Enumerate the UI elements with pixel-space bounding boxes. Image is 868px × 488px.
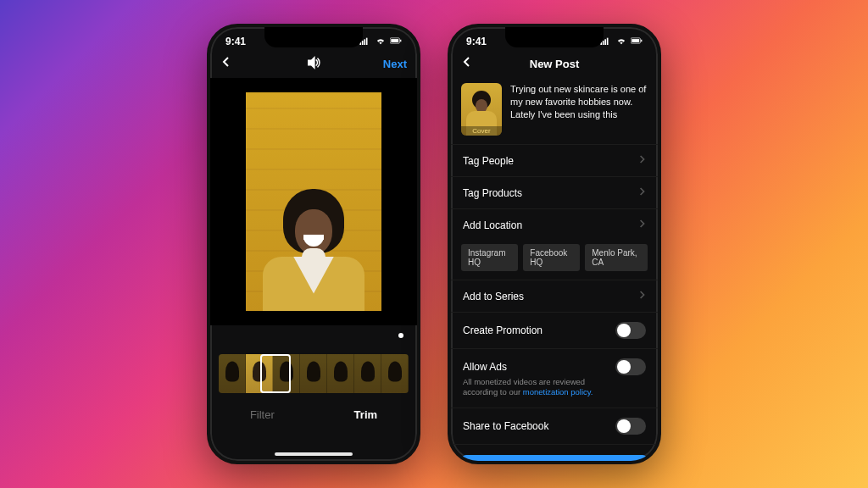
svg-rect-9 — [603, 41, 604, 45]
location-chip[interactable]: Facebook HQ — [523, 244, 580, 271]
nav-bar: Next — [210, 51, 417, 78]
phone-edit: 9:41 Next — [207, 24, 420, 464]
row-label: Add Location — [463, 219, 522, 231]
row-label: Tag Products — [463, 187, 522, 199]
svg-rect-2 — [364, 39, 365, 45]
row-share-facebook: Share to Facebook — [451, 408, 658, 445]
chevron-right-icon — [639, 186, 646, 199]
svg-rect-6 — [400, 40, 401, 42]
playback-controls — [210, 325, 417, 346]
row-allow-ads: Allow Ads All monetized videos are revie… — [451, 349, 658, 408]
svg-rect-13 — [632, 39, 639, 42]
back-button[interactable] — [220, 56, 232, 71]
row-label: Share to Facebook — [463, 420, 548, 432]
battery-icon — [390, 36, 402, 47]
toggle-allow-ads[interactable] — [615, 358, 646, 375]
svg-rect-10 — [604, 39, 606, 45]
sound-icon[interactable] — [306, 55, 321, 73]
phone-new-post: 9:41 New Post Cover Trying out new skinc… — [448, 24, 661, 464]
chevron-right-icon — [639, 290, 646, 302]
notch — [264, 27, 363, 47]
volume-up-button — [448, 146, 448, 185]
nav-bar: New Post — [451, 51, 658, 78]
volume-down-button — [448, 193, 448, 232]
cover-thumbnail[interactable]: Cover — [461, 83, 502, 136]
svg-rect-1 — [362, 41, 364, 45]
chevron-right-icon — [639, 219, 646, 231]
status-time: 9:41 — [225, 36, 246, 47]
share-button[interactable]: Share — [461, 455, 648, 464]
mute-switch — [207, 112, 208, 136]
row-tag-people[interactable]: Tag People — [451, 145, 658, 177]
wifi-icon — [615, 36, 627, 47]
notch — [505, 27, 604, 47]
video-frame — [246, 92, 381, 311]
row-add-location[interactable]: Add Location — [451, 209, 658, 241]
volume-down-button — [207, 193, 208, 232]
tab-trim[interactable]: Trim — [354, 408, 377, 421]
toggle-create-promotion[interactable] — [615, 322, 646, 339]
home-indicator[interactable] — [275, 452, 353, 456]
row-label: Tag People — [463, 155, 514, 167]
row-create-promotion: Create Promotion — [451, 313, 658, 349]
progress-dot[interactable] — [398, 333, 403, 338]
row-label: Add to Series — [463, 291, 524, 302]
chevron-right-icon — [639, 154, 646, 167]
next-button[interactable]: Next — [383, 58, 407, 70]
toggle-share-facebook[interactable] — [615, 418, 646, 435]
battery-icon — [631, 36, 643, 47]
caption-section: Cover Trying out new skincare is one of … — [451, 78, 658, 145]
allow-ads-subtext: All monetized videos are reviewed accord… — [463, 377, 598, 398]
svg-rect-3 — [366, 38, 368, 45]
svg-rect-14 — [641, 40, 642, 42]
video-preview[interactable] — [210, 78, 417, 325]
cover-label: Cover — [461, 126, 502, 136]
location-chip[interactable]: Menlo Park, CA — [585, 244, 648, 271]
location-chip[interactable]: Instagram HQ — [461, 244, 518, 271]
row-tag-products[interactable]: Tag Products — [451, 177, 658, 209]
row-label: Create Promotion — [463, 324, 542, 336]
svg-marker-7 — [309, 57, 314, 68]
row-add-to-series[interactable]: Add to Series — [451, 280, 658, 313]
location-suggestions: Instagram HQ Facebook HQ Menlo Park, CA — [451, 241, 658, 280]
monetization-policy-link[interactable]: monetization policy. — [523, 387, 593, 396]
power-button — [660, 154, 661, 208]
volume-up-button — [207, 146, 208, 185]
svg-rect-5 — [391, 39, 398, 42]
editor-tabs: Filter Trim — [210, 400, 417, 426]
page-title: New Post — [530, 58, 580, 70]
tab-filter[interactable]: Filter — [250, 408, 275, 421]
wifi-icon — [375, 36, 387, 47]
back-button[interactable] — [461, 56, 473, 71]
svg-rect-11 — [607, 38, 609, 45]
status-time: 9:41 — [466, 36, 487, 47]
caption-input[interactable]: Trying out new skincare is one of my new… — [510, 83, 648, 136]
mute-switch — [448, 112, 448, 136]
power-button — [420, 154, 420, 208]
trim-timeline[interactable] — [210, 346, 417, 400]
row-label: Allow Ads — [463, 361, 507, 373]
